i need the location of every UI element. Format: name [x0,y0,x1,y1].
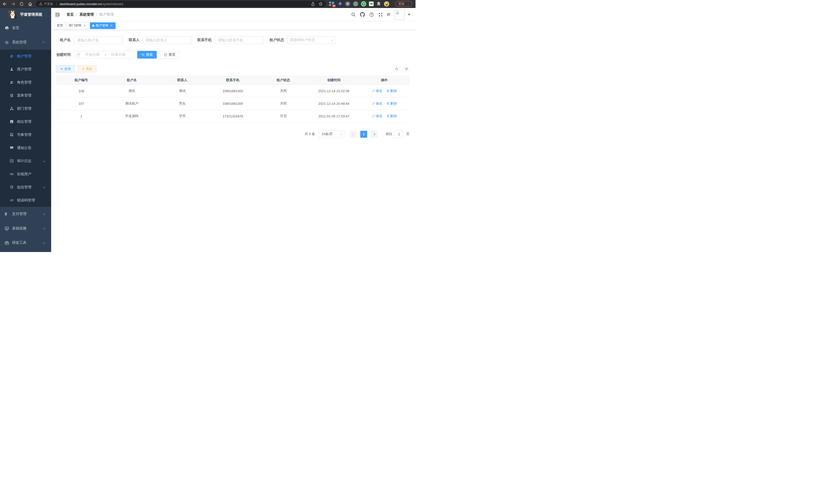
share-icon[interactable] [311,2,315,6]
help-icon[interactable] [369,12,374,17]
next-page-button[interactable] [371,131,377,138]
tab-tenant[interactable]: 租户管理 × [90,22,116,29]
home-icon[interactable] [28,2,32,6]
chevron-down-icon [43,212,46,215]
command-extension-icon[interactable]: ⌘ [345,1,350,6]
close-icon[interactable]: × [83,24,86,28]
fullscreen-icon[interactable] [378,12,383,17]
delete-button[interactable]: 删除 [386,89,397,93]
toggle-search-button[interactable] [393,65,400,72]
sidebar-item-dev-tools[interactable]: 研发工具 [0,236,51,250]
current-page[interactable]: 1 [360,131,367,138]
sidebar-item-audit-log[interactable]: 审计日志 [0,154,51,168]
plus-icon [60,67,63,70]
reload-icon[interactable] [20,2,24,6]
sidebar-item-role[interactable]: 角色管理 [0,76,51,89]
total-count: 共 3 条 [305,132,315,137]
tenant-name-input[interactable] [74,36,123,44]
avatar-dropdown-caret-icon[interactable] [408,14,410,16]
tab-home[interactable]: 首页 [55,22,65,29]
sidebar-item-tenant[interactable]: 租户管理 [0,50,51,63]
url-bar[interactable]: 不安全 dashboard.yudao.iocoder.cn/system/te… [36,1,326,7]
edit-button[interactable]: 修改 [372,101,382,106]
tab-dept[interactable]: 部门管理 × [66,22,89,29]
extension-badge-icon[interactable]: 10 [329,1,335,6]
add-button[interactable]: 新增 [56,65,75,72]
chrome-update-button[interactable]: 更新 ⋮ [395,1,412,7]
sidebar-item-home[interactable]: 首页 [0,21,51,35]
insecure-warning[interactable]: 不安全 [39,2,53,6]
col-tenant-name: 租户名 [107,78,157,83]
sidebar: 芋道管理系统 首页 系统管理 租户管理 用户管理 [0,8,51,252]
sidebar-item-label: 审计日志 [17,159,31,164]
edit-pencil-icon [372,89,375,92]
app-title: 芋道管理系统 [20,12,42,17]
sidebar-item-notice[interactable]: 通知公告 [0,141,51,154]
sidebar-item-dict[interactable]: 字典管理 [0,128,51,141]
breadcrumb-home[interactable]: 首页 [66,12,74,17]
forward-icon[interactable] [11,2,16,6]
shield-check-icon [10,185,13,189]
roles-icon [10,80,13,84]
breadcrumb-system[interactable]: 系统管理 [79,12,94,17]
status-text: 关闭 [258,89,309,93]
kebab-menu-icon[interactable]: ⋮ [406,2,410,6]
edit-button[interactable]: 修改 [372,114,382,118]
app-logo[interactable]: 芋道管理系统 [0,8,51,21]
code-icon [10,198,13,202]
broken-image-icon [395,10,400,15]
tree-list-icon [10,93,13,97]
col-contact: 联系人 [157,78,208,83]
date-range-picker[interactable]: 开始日期 - 结束日期 [74,51,133,59]
breadcrumb: 首页 / 系统管理 / 租户管理 [66,12,114,17]
status-select[interactable]: 请选择租户状态 [287,36,336,44]
insecure-label: 不安全 [44,2,53,6]
search-icon[interactable] [351,12,355,17]
export-button[interactable]: 导出 [78,65,96,72]
sidebar-item-label: 系统管理 [12,40,26,45]
goto-page-input[interactable] [395,130,403,138]
refresh-table-button[interactable] [403,65,409,72]
sidebar-item-online-users[interactable]: 在线用户 [0,168,51,181]
search-button[interactable]: 搜索 [137,51,157,59]
y-extension-icon[interactable]: Y [361,1,366,6]
back-icon[interactable] [3,2,7,6]
recorder-extension-icon[interactable] [353,1,358,6]
table-header: 租户编号 租户名 联系人 联系手机 租户状态 创建时间 操作 [56,76,409,85]
chevron-down-icon [43,159,46,162]
puzzle-extensions-icon[interactable] [376,2,381,6]
delete-button[interactable]: 删除 [386,101,397,106]
sidebar-fold-icon[interactable] [55,12,60,17]
page-size-select[interactable]: 10条/页 [319,130,344,138]
close-icon[interactable]: × [110,24,113,28]
contact-input[interactable] [142,36,192,44]
sidebar-item-sms[interactable]: 短信管理 [0,181,51,194]
url-text[interactable]: dashboard.yudao.iocoder.cn/system/tenant [60,2,123,6]
avatar[interactable] [395,9,405,20]
create-time-label: 创建时间 [56,52,74,57]
edit-button[interactable]: 修改 [372,89,382,93]
search-icon [395,67,398,71]
sidebar-item-user[interactable]: 用户管理 [0,63,51,76]
delete-button[interactable]: 删除 [386,114,397,118]
bookmark-star-icon[interactable] [319,2,323,6]
sidebar-item-post[interactable]: 岗位管理 [0,115,51,128]
sidebar-item-dept[interactable]: 部门管理 [0,102,51,115]
sidebar-item-system[interactable]: 系统管理 [0,35,51,50]
chevron-down-icon [43,227,46,229]
mobile-input[interactable] [214,36,264,44]
font-size-icon[interactable]: tT [387,12,390,17]
sidebar-item-infra[interactable]: 基础设施 [0,221,51,236]
reset-button[interactable]: 重置 [160,51,179,59]
sidebar-item-error-code[interactable]: 错误码管理 [0,194,51,207]
kite-extension-icon[interactable] [338,2,342,6]
chevron-down-icon [43,241,46,244]
col-status: 租户状态 [258,78,309,83]
prev-page-button[interactable] [350,131,357,138]
gear-icon [5,40,9,45]
github-icon[interactable] [360,12,365,17]
sidebar-item-menu[interactable]: 菜单管理 [0,89,51,102]
sidebar-item-payment[interactable]: ¥ 支付管理 [0,207,51,221]
chat-extension-icon[interactable] [369,2,374,6]
profile-avatar-icon[interactable] [384,1,389,7]
